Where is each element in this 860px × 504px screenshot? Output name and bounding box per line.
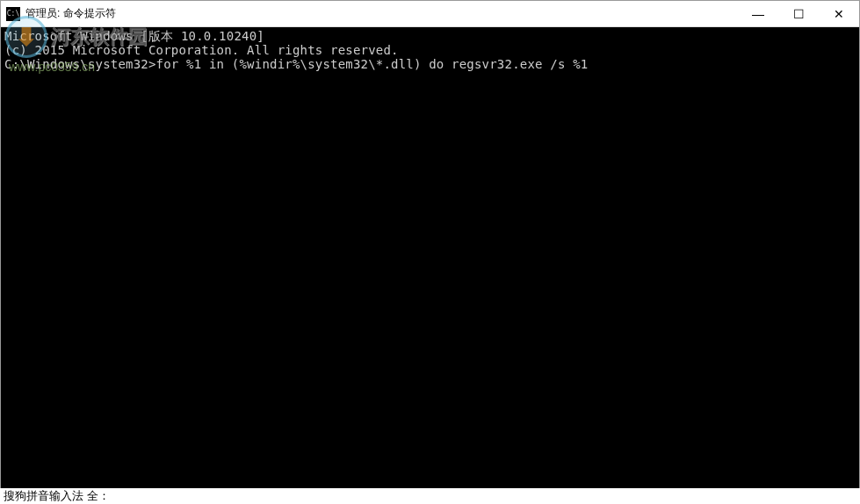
input-command[interactable]: for %1 in (%windir%\system32\*.dll) do r… [156,57,589,71]
close-button[interactable]: ✕ [819,1,859,26]
terminal-copyright-line: (c) 2015 Microsoft Corporation. All righ… [4,43,856,57]
window-title: 管理员: 命令提示符 [25,6,116,21]
terminal-output-area[interactable]: Microsoft Windows [版本 10.0.10240] (c) 20… [1,27,859,503]
terminal-version-line: Microsoft Windows [版本 10.0.10240] [4,29,856,43]
window-controls: — ☐ ✕ [738,1,859,26]
ime-status-text: 搜狗拼音输入法 全： [4,488,110,504]
prompt-path: C:\Windows\system32> [4,57,156,71]
terminal-prompt-line: C:\Windows\system32>for %1 in (%windir%\… [4,57,856,71]
ime-status-bar: 搜狗拼音输入法 全： [0,488,860,504]
window-titlebar[interactable]: C:\ 管理员: 命令提示符 — ☐ ✕ [1,1,859,27]
titlebar-left-section: C:\ 管理员: 命令提示符 [6,6,116,21]
command-prompt-window: C:\ 管理员: 命令提示符 — ☐ ✕ Microsoft Windows [… [0,0,860,504]
minimize-button[interactable]: — [738,1,778,26]
cmd-icon: C:\ [6,7,20,21]
maximize-button[interactable]: ☐ [778,1,819,26]
